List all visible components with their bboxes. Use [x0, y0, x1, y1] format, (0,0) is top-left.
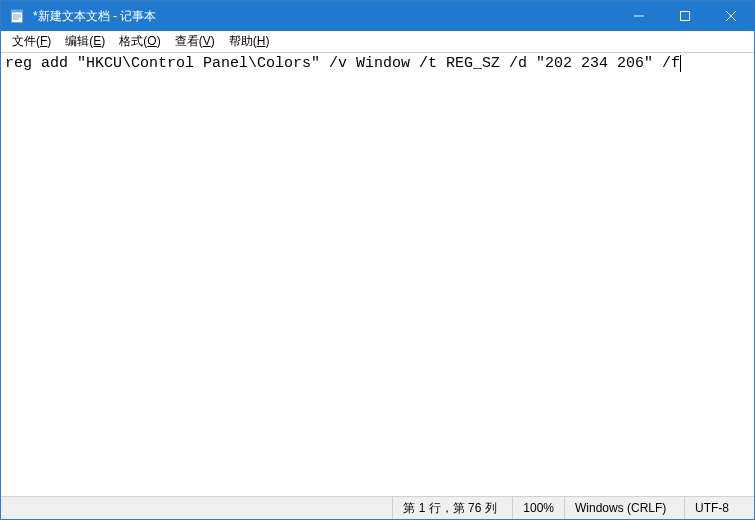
statusbar-spacer — [1, 497, 392, 519]
menu-view[interactable]: 查看(V) — [168, 31, 222, 52]
status-line-ending: Windows (CRLF) — [564, 497, 684, 519]
status-position: 第 1 行，第 76 列 — [392, 497, 512, 519]
text-caret — [680, 55, 681, 72]
menu-help[interactable]: 帮助(H) — [222, 31, 277, 52]
maximize-button[interactable] — [662, 1, 708, 31]
editor-content: reg add "HKCU\Control Panel\Colors" /v W… — [5, 55, 680, 72]
minimize-button[interactable] — [616, 1, 662, 31]
status-zoom: 100% — [512, 497, 564, 519]
menu-file[interactable]: 文件(F) — [5, 31, 58, 52]
menu-format[interactable]: 格式(O) — [112, 31, 167, 52]
close-button[interactable] — [708, 1, 754, 31]
window-title: *新建文本文档 - 记事本 — [31, 8, 616, 25]
notepad-window: *新建文本文档 - 记事本 文件(F) 编辑(E) 格式(O) 查看(V) 帮助… — [0, 0, 755, 520]
svg-rect-6 — [681, 12, 690, 21]
menubar: 文件(F) 编辑(E) 格式(O) 查看(V) 帮助(H) — [1, 31, 754, 53]
notepad-app-icon — [9, 8, 25, 24]
text-editor-area[interactable]: reg add "HKCU\Control Panel\Colors" /v W… — [1, 53, 754, 496]
window-controls — [616, 1, 754, 31]
statusbar: 第 1 行，第 76 列 100% Windows (CRLF) UTF-8 — [1, 496, 754, 519]
status-encoding: UTF-8 — [684, 497, 754, 519]
svg-rect-1 — [12, 10, 23, 13]
titlebar[interactable]: *新建文本文档 - 记事本 — [1, 1, 754, 31]
menu-edit[interactable]: 编辑(E) — [58, 31, 112, 52]
